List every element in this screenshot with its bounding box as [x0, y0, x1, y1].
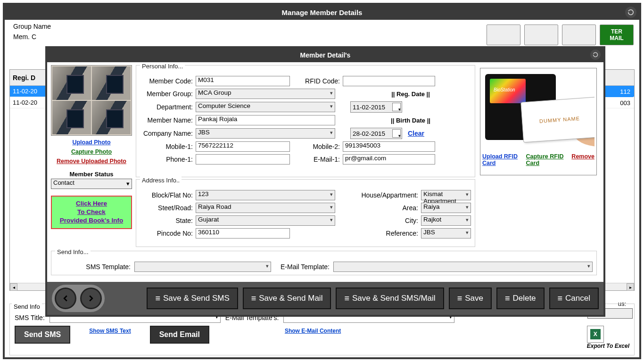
main-titlebar: Manage Member Details [5, 5, 639, 20]
member-name-label: Member Name: [140, 116, 193, 124]
sms-template-combo[interactable] [134, 262, 271, 272]
send-info-legend: Send Info... [55, 248, 91, 255]
member-status-combo[interactable]: Contact [51, 179, 132, 189]
member-status-label: Member Status [51, 171, 132, 178]
street-combo[interactable]: Raiya Road [196, 203, 335, 213]
nav-buttons [52, 285, 105, 312]
table-header-right[interactable] [602, 70, 633, 86]
reload-icon[interactable] [625, 7, 636, 18]
upload-rfid-link[interactable]: Upload RFID Card [482, 153, 526, 166]
capture-photo-link[interactable]: Capture Photo [51, 147, 132, 156]
company-name-combo[interactable]: JBS [196, 128, 335, 139]
member-code-input[interactable]: M031 [196, 76, 290, 86]
save-send-mail-button[interactable]: Save & Send Mail [243, 288, 331, 309]
email1-label: E-Mail-1: [303, 156, 340, 163]
list-icon [344, 294, 348, 304]
mobile2-input[interactable]: 9913945003 [343, 141, 435, 152]
dialog-reload-icon[interactable] [590, 49, 601, 60]
personal-legend: Personal Info... [140, 63, 185, 70]
calendar-icon[interactable] [392, 103, 401, 111]
department-combo[interactable]: Computer Science [196, 102, 335, 112]
member-group-combo[interactable]: MCA Group [196, 89, 335, 99]
check-books-button[interactable]: Click Here To Check Provided Book's Info [51, 196, 132, 229]
email1-input[interactable]: pr@gmail.com [343, 154, 435, 165]
list-icon [505, 294, 509, 304]
main-body: Group Name Mem. C TER MAIL Regi. D 11-02… [5, 20, 639, 357]
member-group-label: Member Group: [140, 90, 193, 98]
reg-date-picker[interactable]: 11-02-2015 [350, 101, 402, 113]
area-combo[interactable]: Raiya [421, 203, 471, 213]
filter-email-button[interactable]: TER MAIL [600, 25, 634, 45]
save-button[interactable]: Save [449, 288, 492, 309]
send-sms-button[interactable]: Send SMS [15, 326, 70, 344]
reg-date-header: || Reg. Date || [350, 90, 471, 98]
pincode-label: Pincode No: [140, 230, 193, 237]
main-title: Manage Member Details [282, 8, 363, 16]
clear-birthdate-link[interactable]: Clear [408, 130, 424, 137]
table-cell[interactable]: 003 [602, 97, 633, 108]
save-send-sms-button[interactable]: Save & Send SMS [147, 288, 238, 309]
list-icon [558, 294, 562, 304]
scroll-left-icon[interactable]: ◂ [10, 283, 17, 291]
state-combo[interactable]: Gujarat [196, 215, 335, 226]
dialog-body: Upload Photo Capture Photo Remove Upload… [47, 62, 603, 282]
dialog-footer: Save & Send SMS Save & Send Mail Save & … [47, 282, 603, 315]
photo-grid [51, 65, 132, 136]
email-template-label: E-Mail Template: [281, 263, 330, 271]
bg-btn-3[interactable] [562, 25, 596, 45]
mobile1-input[interactable]: 7567222112 [196, 141, 290, 152]
birth-date-picker[interactable]: 28-02-2015 [350, 128, 402, 139]
remove-rfid-link[interactable]: Remove [571, 153, 594, 166]
photo-thumb[interactable] [92, 101, 131, 134]
mobile1-label: Mobile-1: [140, 143, 193, 150]
export-excel-label: Export To Excel [587, 343, 629, 349]
scroll-right-icon[interactable]: ▸ [627, 283, 634, 291]
rfid-card-panel: DUMMY NAME Upload RFID Card Capture RFID… [480, 68, 597, 175]
block-combo[interactable]: 123 [196, 190, 335, 200]
send-email-button[interactable]: Send Email [150, 326, 209, 344]
company-name-label: Company Name: [140, 130, 193, 137]
export-excel-icon[interactable] [587, 326, 604, 343]
table-right-col: 112 003 [601, 70, 633, 290]
remove-photo-link[interactable]: Remove Uploaded Photo [51, 156, 132, 166]
bg-btn-1[interactable] [487, 25, 520, 45]
phone1-label: Phone-1: [140, 156, 193, 163]
street-label: Steet/Road: [140, 204, 193, 212]
bg-btn-2[interactable] [524, 25, 558, 45]
photo-panel: Upload Photo Capture Photo Remove Upload… [51, 65, 132, 229]
reference-label: Reference: [347, 230, 418, 237]
email-template-combo[interactable] [333, 262, 593, 272]
birth-date-header: || Birth Date || [350, 117, 471, 124]
dialog-title: Member Detail's [300, 51, 351, 59]
show-sms-link[interactable]: Show SMS Text [89, 328, 131, 334]
rfid-card-graphic: DUMMY NAME [520, 97, 594, 143]
mem-c-label: Mem. C [13, 33, 51, 41]
photo-thumb[interactable] [92, 66, 131, 100]
house-label: House/Appartment: [347, 191, 418, 199]
list-icon [251, 294, 256, 304]
list-icon [155, 294, 159, 304]
rfid-code-input[interactable] [343, 76, 435, 86]
pincode-input[interactable]: 360110 [196, 228, 290, 239]
group-name-label: Group Name [13, 23, 51, 30]
calendar-icon[interactable] [392, 129, 401, 138]
house-combo[interactable]: Kismat Appartment [421, 190, 471, 200]
save-send-both-button[interactable]: Save & Send SMS/Mail [336, 288, 444, 309]
next-record-button[interactable] [80, 288, 102, 309]
upload-photo-link[interactable]: Upload Photo [51, 138, 132, 147]
prev-record-button[interactable] [55, 288, 76, 309]
photo-thumb[interactable] [52, 101, 91, 134]
city-combo[interactable]: Rajkot [421, 215, 471, 226]
capture-rfid-link[interactable]: Capture RFID Card [526, 153, 572, 166]
photo-thumb[interactable] [52, 66, 91, 100]
show-email-link[interactable]: Show E-Mail Content [285, 328, 341, 334]
delete-button[interactable]: Delete [496, 288, 545, 309]
table-cell[interactable]: 112 [602, 86, 633, 97]
reference-combo[interactable]: JBS [421, 228, 471, 239]
state-label: State: [140, 217, 193, 224]
sms-template-label: SMS Template: [55, 263, 131, 271]
cancel-button[interactable]: Cancel [549, 288, 599, 309]
phone1-input[interactable] [196, 154, 290, 165]
member-name-input[interactable]: Pankaj Rojala [196, 115, 335, 125]
department-label: Department: [140, 103, 193, 111]
